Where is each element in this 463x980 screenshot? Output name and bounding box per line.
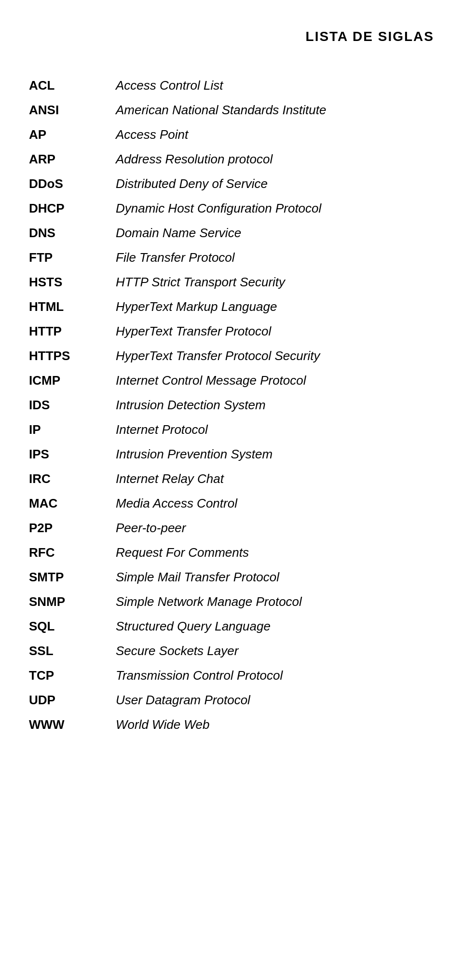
acronym-definition: Media Access Control xyxy=(116,496,434,511)
acronym-definition: Access Point xyxy=(116,127,434,142)
acronym-definition: HTTP Strict Transport Security xyxy=(116,275,434,290)
acronym-definition: Distributed Deny of Service xyxy=(116,176,434,191)
acronym-row: APAccess Point xyxy=(29,122,434,147)
acronym-abbr: RFC xyxy=(29,545,116,560)
acronym-definition: HyperText Markup Language xyxy=(116,299,434,314)
acronym-abbr: AP xyxy=(29,127,116,142)
acronym-definition: Internet Control Message Protocol xyxy=(116,373,434,388)
acronym-definition: Simple Mail Transfer Protocol xyxy=(116,570,434,585)
acronym-definition: Structured Query Language xyxy=(116,619,434,634)
acronym-definition: Access Control List xyxy=(116,78,434,93)
acronym-definition: Peer-to-peer xyxy=(116,521,434,536)
acronym-definition: Address Resolution protocol xyxy=(116,152,434,167)
acronym-row: SQLStructured Query Language xyxy=(29,614,434,639)
acronym-row: IPSIntrusion Prevention System xyxy=(29,442,434,467)
acronym-abbr: HTML xyxy=(29,299,116,314)
acronym-row: TCPTransmission Control Protocol xyxy=(29,663,434,688)
acronym-definition: Simple Network Manage Protocol xyxy=(116,594,434,609)
acronym-definition: Intrusion Detection System xyxy=(116,398,434,413)
acronym-definition: Dynamic Host Configuration Protocol xyxy=(116,201,434,216)
acronym-row: SMTPSimple Mail Transfer Protocol xyxy=(29,565,434,590)
acronym-abbr: SSL xyxy=(29,644,116,658)
acronym-abbr: ICMP xyxy=(29,373,116,388)
acronym-abbr: SNMP xyxy=(29,594,116,609)
acronym-abbr: SMTP xyxy=(29,570,116,585)
acronym-abbr: HSTS xyxy=(29,275,116,290)
acronym-row: WWWWorld Wide Web xyxy=(29,712,434,737)
acronym-definition: Domain Name Service xyxy=(116,226,434,241)
acronym-definition: Internet Protocol xyxy=(116,422,434,437)
acronym-definition: Transmission Control Protocol xyxy=(116,668,434,683)
acronym-abbr: HTTP xyxy=(29,324,116,339)
acronym-abbr: IRC xyxy=(29,471,116,486)
acronym-definition: Intrusion Prevention System xyxy=(116,447,434,462)
acronym-row: FTPFile Transfer Protocol xyxy=(29,245,434,270)
acronym-row: HSTSHTTP Strict Transport Security xyxy=(29,270,434,295)
acronym-row: DNSDomain Name Service xyxy=(29,221,434,245)
page-title: LISTA DE SIGLAS xyxy=(29,29,434,44)
acronym-definition: File Transfer Protocol xyxy=(116,250,434,265)
acronym-row: SSLSecure Sockets Layer xyxy=(29,639,434,663)
acronym-row: ICMPInternet Control Message Protocol xyxy=(29,368,434,393)
acronym-row: UDPUser Datagram Protocol xyxy=(29,688,434,712)
acronym-row: ACLAccess Control List xyxy=(29,73,434,98)
acronym-abbr: DHCP xyxy=(29,201,116,216)
acronym-abbr: ACL xyxy=(29,78,116,93)
acronym-abbr: IPS xyxy=(29,447,116,462)
acronym-abbr: TCP xyxy=(29,668,116,683)
acronym-abbr: IDS xyxy=(29,398,116,413)
acronym-abbr: DDoS xyxy=(29,176,116,191)
acronym-row: RFCRequest For Comments xyxy=(29,540,434,565)
acronym-abbr: P2P xyxy=(29,521,116,536)
acronym-abbr: SQL xyxy=(29,619,116,634)
acronym-row: HTMLHyperText Markup Language xyxy=(29,295,434,319)
acronym-definition: HyperText Transfer Protocol Security xyxy=(116,349,434,363)
acronym-row: ARPAddress Resolution protocol xyxy=(29,147,434,172)
acronym-abbr: ARP xyxy=(29,152,116,167)
acronym-row: IDSIntrusion Detection System xyxy=(29,393,434,417)
acronym-row: IRCInternet Relay Chat xyxy=(29,467,434,491)
acronym-abbr: ANSI xyxy=(29,103,116,118)
acronym-row: HTTPSHyperText Transfer Protocol Securit… xyxy=(29,344,434,368)
acronym-abbr: HTTPS xyxy=(29,349,116,363)
acronym-row: DHCPDynamic Host Configuration Protocol xyxy=(29,196,434,221)
acronym-definition: HyperText Transfer Protocol xyxy=(116,324,434,339)
acronym-definition: American National Standards Institute xyxy=(116,103,434,118)
acronym-definition: Secure Sockets Layer xyxy=(116,644,434,658)
acronym-definition: World Wide Web xyxy=(116,717,434,732)
acronym-abbr: DNS xyxy=(29,226,116,241)
acronym-row: ANSIAmerican National Standards Institut… xyxy=(29,98,434,122)
acronym-row: IPInternet Protocol xyxy=(29,417,434,442)
acronym-row: DDoSDistributed Deny of Service xyxy=(29,172,434,196)
acronym-definition: Internet Relay Chat xyxy=(116,471,434,486)
acronym-definition: User Datagram Protocol xyxy=(116,693,434,708)
acronym-abbr: UDP xyxy=(29,693,116,708)
acronym-abbr: MAC xyxy=(29,496,116,511)
acronym-row: P2PPeer-to-peer xyxy=(29,516,434,540)
acronym-abbr: FTP xyxy=(29,250,116,265)
acronym-row: MACMedia Access Control xyxy=(29,491,434,516)
acronym-definition: Request For Comments xyxy=(116,545,434,560)
acronym-list: ACLAccess Control ListANSIAmerican Natio… xyxy=(29,73,434,737)
acronym-abbr: IP xyxy=(29,422,116,437)
acronym-row: HTTPHyperText Transfer Protocol xyxy=(29,319,434,344)
acronym-abbr: WWW xyxy=(29,717,116,732)
acronym-row: SNMPSimple Network Manage Protocol xyxy=(29,590,434,614)
